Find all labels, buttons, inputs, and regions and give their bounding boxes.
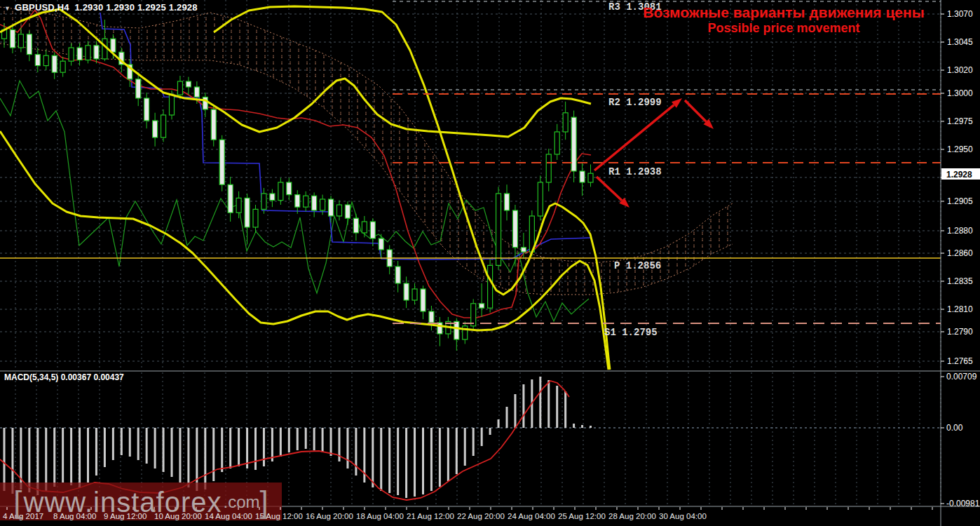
candle-body — [27, 34, 32, 55]
candle-body — [571, 117, 576, 171]
macd-histogram-bar — [539, 377, 541, 428]
macd-histogram-bar — [95, 428, 97, 476]
time-axis-label[interactable]: 28 Aug 20:00 — [608, 512, 656, 520]
mt4-chart-window: R3 1.3081R2 1.2999R1 1.2938P 1.2856S1 1.… — [0, 0, 980, 526]
pivot-label-r1: R1 1.2938 — [608, 166, 662, 177]
annotation-english: Possible price movement — [637, 21, 931, 36]
price-axis-label[interactable]: 1.2880 — [947, 226, 973, 236]
price-axis-label[interactable]: 1.2975 — [947, 116, 973, 126]
watermark-bracket-left: [ — [13, 485, 22, 520]
candle-body — [554, 132, 559, 154]
macd-histogram-bar — [246, 428, 248, 468]
candle-body — [153, 121, 158, 137]
price-axis-label[interactable]: 1.3070 — [947, 9, 973, 19]
macd-axis-label[interactable]: 0.00709 — [946, 372, 977, 382]
macd-histogram-bar — [163, 428, 165, 472]
candle-body — [563, 113, 568, 132]
price-axis-label[interactable]: 1.2790 — [947, 327, 973, 337]
candle-body — [546, 154, 551, 182]
macd-histogram-bar — [472, 428, 475, 456]
macd-histogram-bar — [573, 424, 575, 428]
macd-histogram-bar — [288, 428, 290, 452]
macd-histogram-bar — [4, 428, 6, 491]
candle-body — [144, 98, 149, 121]
current-price-value: 1.2928 — [946, 170, 972, 180]
macd-histogram-bar — [53, 428, 55, 487]
macd-histogram-bar — [514, 394, 516, 428]
price-axis-label[interactable]: 1.2905 — [947, 196, 973, 206]
time-axis-label[interactable]: 18 Aug 04:00 — [356, 512, 404, 520]
price-axis-label[interactable]: 1.2950 — [947, 144, 973, 154]
candle-body — [136, 79, 141, 98]
macd-histogram-bar — [79, 428, 81, 488]
chart-canvas[interactable]: R3 1.3081R2 1.2999R1 1.2938P 1.2856S1 1.… — [0, 0, 980, 526]
macd-histogram-bar — [388, 428, 390, 493]
candle-body — [52, 55, 57, 72]
macd-histogram-bar — [70, 428, 72, 485]
candle-body — [379, 238, 383, 250]
time-axis-label[interactable]: 25 Aug 12:00 — [558, 512, 606, 520]
time-axis-label[interactable]: 24 Aug 04:00 — [508, 512, 555, 520]
macd-axis-label[interactable]: 0.00 — [946, 423, 963, 433]
macd-histogram-bar — [397, 428, 399, 495]
macd-histogram-bar — [137, 428, 139, 460]
pivot-label-s1: S1 1.2795 — [604, 327, 658, 338]
candle-body — [170, 95, 175, 115]
instaforex-watermark: [ www.instaforex .com ] — [0, 484, 282, 520]
macd-histogram-bar — [506, 407, 508, 428]
candle-body — [295, 195, 300, 208]
candle-body — [77, 48, 82, 60]
candle-body — [270, 194, 275, 201]
candle-body — [479, 304, 484, 308]
price-axis-label[interactable]: 1.3045 — [947, 37, 973, 47]
macd-histogram-bar — [171, 428, 173, 477]
macd-axis-label[interactable]: -0.00981 — [946, 499, 980, 508]
macd-histogram-bar — [422, 428, 424, 494]
candle-body — [588, 173, 593, 182]
macd-histogram-bar — [305, 428, 307, 449]
pivot-label-r2: R2 1.2999 — [608, 97, 662, 108]
price-axis-label[interactable]: 1.3000 — [947, 88, 973, 98]
candle-body — [203, 97, 207, 109]
candle-body — [261, 194, 266, 209]
candle-body — [94, 46, 99, 59]
price-axis-label[interactable]: 1.2860 — [947, 248, 973, 258]
macd-histogram-bar — [380, 428, 382, 491]
time-axis-label[interactable]: 22 Aug 20:00 — [457, 512, 505, 520]
macd-histogram-bar — [522, 384, 524, 428]
candle-body — [312, 196, 317, 210]
candle-body — [278, 182, 283, 201]
candle-body — [18, 34, 23, 48]
macd-histogram-bar — [556, 386, 558, 428]
candle-body — [362, 222, 367, 233]
candle-body — [245, 198, 250, 227]
macd-histogram-bar — [121, 428, 123, 455]
candle-body — [86, 46, 90, 60]
price-axis-label[interactable]: 1.2835 — [947, 276, 973, 286]
time-axis-label[interactable]: 30 Aug 04:00 — [659, 512, 707, 520]
candle-body — [320, 199, 325, 210]
macd-histogram-bar — [498, 419, 500, 428]
macd-histogram-bar — [330, 428, 332, 456]
price-axis-label[interactable]: 1.2765 — [947, 356, 973, 366]
title-symbol: GBPUSD,H4 — [15, 2, 69, 13]
symbol-dropdown-icon[interactable]: ▼ — [4, 5, 11, 12]
time-axis-label[interactable]: 16 Aug 20:00 — [306, 512, 353, 520]
candle-body — [253, 209, 258, 227]
time-axis-label[interactable]: 21 Aug 12:00 — [407, 512, 454, 520]
candle-body — [454, 321, 459, 339]
candle-body — [60, 61, 65, 72]
candle-body — [512, 210, 517, 248]
candle-body — [521, 248, 526, 252]
candle-body — [421, 289, 426, 311]
macd-histogram-bar — [229, 428, 231, 468]
macd-histogram-bar — [464, 428, 466, 466]
macd-histogram-bar — [280, 428, 282, 457]
macd-histogram-bar — [179, 428, 181, 483]
macd-histogram-bar — [221, 428, 223, 472]
price-axis-label[interactable]: 1.2810 — [947, 304, 973, 314]
macd-histogram-bar — [581, 425, 583, 428]
candle-body — [194, 87, 199, 97]
price-axis-label[interactable]: 1.3020 — [947, 65, 973, 75]
macd-histogram-bar — [62, 428, 64, 483]
